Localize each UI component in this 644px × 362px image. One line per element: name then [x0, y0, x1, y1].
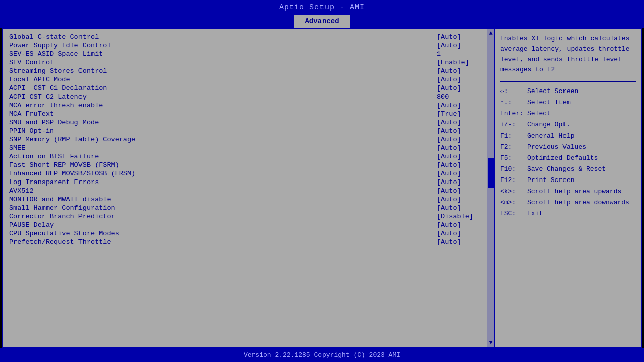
- setting-name: SNP Memory (RMP Table) Coverage: [9, 136, 437, 143]
- setting-row[interactable]: SMEE[Auto]: [9, 144, 492, 152]
- setting-row[interactable]: PPIN Opt-in[Auto]: [9, 127, 492, 135]
- setting-name: Small Hammer Configuration: [9, 204, 437, 212]
- help-keys-list: ⇔:Select Screen↑↓:Select ItemEnter:Selec…: [500, 86, 636, 219]
- setting-row[interactable]: Local APIC Mode[Auto]: [9, 75, 492, 84]
- help-key-row: Enter:Select: [500, 108, 636, 119]
- setting-row[interactable]: ACPI CST C2 Latency800: [9, 93, 492, 101]
- setting-row[interactable]: SMU and PSP Debug Mode[Auto]: [9, 118, 492, 127]
- setting-row[interactable]: Small Hammer Configuration[Auto]: [9, 204, 492, 212]
- help-key-row: <m>:Scroll help area downwards: [500, 197, 636, 208]
- setting-row[interactable]: MCA error thresh enable[Auto]: [9, 101, 492, 110]
- setting-name: ACPI _CST C1 Declaration: [9, 84, 437, 92]
- setting-name: SMEE: [9, 144, 437, 152]
- setting-name: Local APIC Mode: [9, 76, 437, 83]
- title-bar: Aptio Setup - AMI: [0, 0, 644, 15]
- help-action: Previous Values: [527, 142, 586, 153]
- help-action: Change Opt.: [527, 119, 571, 130]
- setting-value: [Disable]: [437, 213, 482, 220]
- help-key: F1:: [500, 131, 525, 142]
- help-key: <k>:: [500, 186, 525, 197]
- help-action: Select: [527, 108, 551, 119]
- help-key-row: F5:Optimized Defaults: [500, 153, 636, 164]
- setting-name: CPU Speculative Store Modes: [9, 230, 437, 237]
- setting-value: [Auto]: [437, 230, 482, 237]
- scrollbar[interactable]: ▲ ▼: [487, 29, 494, 347]
- help-key: F2:: [500, 142, 525, 153]
- help-key-row: ⇔:Select Screen: [500, 86, 636, 97]
- setting-value: [Auto]: [437, 178, 482, 186]
- tab-advanced[interactable]: Advanced: [294, 15, 350, 28]
- help-action: Select Screen: [527, 86, 578, 97]
- setting-value: 1: [437, 50, 482, 58]
- help-key-row: ↑↓:Select Item: [500, 97, 636, 108]
- setting-row[interactable]: Enhanced REP MOVSB/STOSB (ERSM)[Auto]: [9, 169, 492, 178]
- scroll-track[interactable]: [488, 38, 494, 338]
- tab-bar: Advanced: [0, 15, 644, 28]
- setting-value: [Auto]: [437, 238, 482, 246]
- help-key: ESC:: [500, 208, 525, 219]
- setting-value: [Auto]: [437, 153, 482, 160]
- scroll-up-arrow[interactable]: ▲: [488, 29, 493, 38]
- setting-row[interactable]: Log Transparent Errors[Auto]: [9, 178, 492, 187]
- main-panel: Global C-state Control[Auto]Power Supply…: [2, 28, 642, 348]
- help-description: Enables XI logic which calculates averag…: [500, 34, 636, 75]
- help-action: Select Item: [527, 97, 571, 108]
- setting-row[interactable]: Corrector Branch Predictor[Disable]: [9, 212, 492, 221]
- help-key: ⇔:: [500, 86, 525, 97]
- help-key: F10:: [500, 164, 525, 175]
- setting-value: [Auto]: [437, 33, 482, 41]
- help-action: Exit: [527, 208, 543, 219]
- setting-value: [True]: [437, 110, 482, 118]
- scroll-thumb[interactable]: [488, 158, 494, 188]
- setting-value: 800: [437, 93, 482, 101]
- setting-name: Global C-state Control: [9, 33, 437, 41]
- setting-row[interactable]: Global C-state Control[Auto]: [9, 33, 492, 41]
- setting-row[interactable]: Action on BIST Failure[Auto]: [9, 152, 492, 161]
- setting-value: [Auto]: [437, 42, 482, 49]
- help-key-row: F10:Save Changes & Reset: [500, 164, 636, 175]
- setting-row[interactable]: SEV Control[Enable]: [9, 58, 492, 67]
- setting-row[interactable]: CPU Speculative Store Modes[Auto]: [9, 229, 492, 238]
- help-key-row: F1:General Help: [500, 131, 636, 142]
- setting-value: [Auto]: [437, 187, 482, 195]
- setting-name: Power Supply Idle Control: [9, 42, 437, 49]
- setting-value: [Auto]: [437, 136, 482, 143]
- setting-row[interactable]: ACPI _CST C1 Declaration[Auto]: [9, 84, 492, 93]
- setting-name: MCA FruText: [9, 110, 437, 118]
- setting-row[interactable]: Streaming Stores Control[Auto]: [9, 67, 492, 75]
- setting-row[interactable]: Prefetch/Request Throttle[Auto]: [9, 238, 492, 246]
- help-key-row: ESC:Exit: [500, 208, 636, 219]
- setting-row[interactable]: MONITOR and MWAIT disable[Auto]: [9, 195, 492, 204]
- setting-name: AVX512: [9, 187, 437, 195]
- setting-row[interactable]: Fast Short REP MOVSB (FSRM)[Auto]: [9, 161, 492, 169]
- setting-row[interactable]: AVX512[Auto]: [9, 187, 492, 195]
- setting-value: [Enable]: [437, 59, 482, 66]
- footer: Version 2.22.1285 Copyright (C) 2023 AMI: [0, 348, 644, 362]
- setting-row[interactable]: SEV-ES ASID Space Limit1: [9, 50, 492, 58]
- setting-value: [Auto]: [437, 102, 482, 109]
- setting-name: SEV-ES ASID Space Limit: [9, 50, 437, 58]
- help-key-row: +/-:Change Opt.: [500, 119, 636, 130]
- setting-name: Prefetch/Request Throttle: [9, 238, 437, 246]
- setting-value: [Auto]: [437, 67, 482, 75]
- setting-name: MCA error thresh enable: [9, 102, 437, 109]
- help-panel: Enables XI logic which calculates averag…: [495, 29, 641, 347]
- setting-row[interactable]: Power Supply Idle Control[Auto]: [9, 41, 492, 50]
- setting-row[interactable]: MCA FruText[True]: [9, 110, 492, 118]
- setting-value: [Auto]: [437, 127, 482, 135]
- setting-row[interactable]: SNP Memory (RMP Table) Coverage[Auto]: [9, 135, 492, 144]
- help-key-row: F2:Previous Values: [500, 142, 636, 153]
- help-key-row: <k>:Scroll help area upwards: [500, 186, 636, 197]
- setting-value: [Auto]: [437, 84, 482, 92]
- help-key: Enter:: [500, 108, 525, 119]
- help-key: <m>:: [500, 197, 525, 208]
- setting-name: Action on BIST Failure: [9, 153, 437, 160]
- setting-row[interactable]: PAUSE Delay[Auto]: [9, 221, 492, 229]
- setting-value: [Auto]: [437, 144, 482, 152]
- settings-list: Global C-state Control[Auto]Power Supply…: [9, 33, 492, 246]
- help-key: +/-:: [500, 119, 525, 130]
- settings-panel: Global C-state Control[Auto]Power Supply…: [3, 29, 495, 347]
- help-action: Scroll help area upwards: [527, 186, 621, 197]
- setting-name: Fast Short REP MOVSB (FSRM): [9, 161, 437, 169]
- scroll-down-arrow[interactable]: ▼: [488, 338, 493, 347]
